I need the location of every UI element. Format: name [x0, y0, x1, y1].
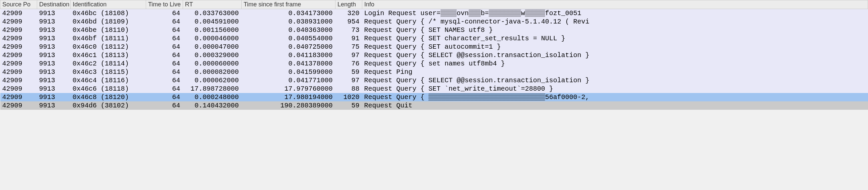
cell-rt: 0.000062000 — [183, 76, 242, 85]
cell-tsff: 0.041378000 — [242, 59, 336, 68]
cell-length: 91 — [336, 34, 362, 43]
cell-length: 76 — [336, 59, 362, 68]
cell-ident: 0x46c0 (18112) — [71, 43, 146, 51]
cell-info: Request Query { SELECT @@session.transac… — [362, 76, 868, 85]
cell-dstport: 9913 — [37, 34, 71, 43]
cell-tsff: 17.980194000 — [242, 93, 336, 101]
cell-srcport: 42909 — [0, 34, 37, 43]
table-row[interactable]: 4290999130x46be (18110)64 0.001156000 0.… — [0, 26, 868, 34]
cell-length: 320 — [336, 9, 362, 18]
cell-dstport: 9913 — [37, 101, 71, 110]
col-header-tsff[interactable]: Time since first frame — [242, 0, 336, 9]
cell-dstport: 9913 — [37, 9, 71, 18]
cell-info: Request Query { set names utf8mb4 } — [362, 59, 868, 68]
cell-rt: 0.000060000 — [183, 59, 242, 68]
table-row[interactable]: 4290999130x46bc (18108)64 0.033763000 0.… — [0, 9, 868, 18]
cell-ident: 0x46c4 (18116) — [71, 76, 146, 85]
packet-table: Source Po Destination Identification Tim… — [0, 0, 868, 110]
cell-info: Request Ping — [362, 68, 868, 76]
cell-info: Request Query { SET autocommit=1 } — [362, 43, 868, 51]
table-header-row: Source Po Destination Identification Tim… — [0, 0, 868, 9]
cell-tsff: 0.040363000 — [242, 26, 336, 34]
cell-ident: 0x46bf (18111) — [71, 34, 146, 43]
cell-ident: 0x46c8 (18120) — [71, 93, 146, 101]
cell-rt: 0.004591000 — [183, 18, 242, 26]
cell-ttl: 64 — [146, 93, 183, 101]
col-header-ttl[interactable]: Time to Live — [146, 0, 183, 9]
cell-srcport: 42909 — [0, 18, 37, 26]
cell-tsff: 0.040554000 — [242, 34, 336, 43]
cell-length: 59 — [336, 101, 362, 110]
cell-rt: 0.140432000 — [183, 101, 242, 110]
table-row[interactable]: 4290999130x46c2 (18114)64 0.000060000 0.… — [0, 59, 868, 68]
cell-ttl: 64 — [146, 18, 183, 26]
cell-tsff: 0.038931000 — [242, 18, 336, 26]
cell-rt: 0.000046000 — [183, 34, 242, 43]
cell-srcport: 42909 — [0, 9, 37, 18]
cell-srcport: 42909 — [0, 93, 37, 101]
cell-tsff: 190.280389000 — [242, 101, 336, 110]
col-header-rt[interactable]: RT — [183, 0, 242, 9]
col-header-ident[interactable]: Identification — [71, 0, 146, 9]
cell-dstport: 9913 — [37, 93, 71, 101]
table-row[interactable]: 4290999130x46c4 (18116)64 0.000062000 0.… — [0, 76, 868, 85]
cell-ttl: 64 — [146, 34, 183, 43]
cell-rt: 0.033763000 — [183, 9, 242, 18]
cell-dstport: 9913 — [37, 51, 71, 59]
cell-tsff: 17.979760000 — [242, 85, 336, 93]
cell-dstport: 9913 — [37, 43, 71, 51]
cell-srcport: 42909 — [0, 51, 37, 59]
table-row[interactable]: 4290999130x46c0 (18112)64 0.000047000 0.… — [0, 43, 868, 51]
cell-tsff: 0.041183000 — [242, 51, 336, 59]
cell-length: 97 — [336, 76, 362, 85]
table-row[interactable]: 4290999130x46c8 (18120)64 0.000248000 17… — [0, 93, 868, 101]
cell-ident: 0x46bd (18109) — [71, 18, 146, 26]
cell-rt: 0.000047000 — [183, 43, 242, 51]
table-row[interactable]: 4290999130x46c1 (18113)64 0.000329000 0.… — [0, 51, 868, 59]
cell-ident: 0x46c1 (18113) — [71, 51, 146, 59]
cell-length: 88 — [336, 85, 362, 93]
cell-srcport: 42909 — [0, 59, 37, 68]
cell-length: 1020 — [336, 93, 362, 101]
table-row[interactable]: 4290999130x46c6 (18118)6417.898728000 17… — [0, 85, 868, 93]
col-header-info[interactable]: Info — [362, 0, 868, 9]
cell-ttl: 64 — [146, 9, 183, 18]
cell-length: 73 — [336, 26, 362, 34]
cell-ident: 0x46be (18110) — [71, 26, 146, 34]
table-row[interactable]: 4290999130x46bf (18111)64 0.000046000 0.… — [0, 34, 868, 43]
cell-ttl: 64 — [146, 51, 183, 59]
cell-srcport: 42909 — [0, 26, 37, 34]
cell-info: Request Query { SET `net_write_timeout`=… — [362, 85, 868, 93]
table-row[interactable]: 4290999130x94d6 (38102)64 0.140432000190… — [0, 101, 868, 110]
cell-rt: 17.898728000 — [183, 85, 242, 93]
cell-tsff: 0.041599000 — [242, 68, 336, 76]
table-row[interactable]: 4290999130x46c3 (18115)64 0.000082000 0.… — [0, 68, 868, 76]
cell-ident: 0x46c3 (18115) — [71, 68, 146, 76]
cell-rt: 0.000329000 — [183, 51, 242, 59]
cell-ident: 0x46c6 (18118) — [71, 85, 146, 93]
cell-ttl: 64 — [146, 76, 183, 85]
cell-ttl: 64 — [146, 101, 183, 110]
col-header-length[interactable]: Length — [336, 0, 362, 9]
cell-info: Request Query { ▒▒▒▒▒▒▒▒▒▒▒▒▒▒▒▒▒▒▒▒▒▒▒▒… — [362, 93, 868, 101]
cell-ident: 0x46bc (18108) — [71, 9, 146, 18]
col-header-dstport[interactable]: Destination — [37, 0, 71, 9]
cell-dstport: 9913 — [37, 26, 71, 34]
cell-srcport: 42909 — [0, 76, 37, 85]
col-header-srcport[interactable]: Source Po — [0, 0, 37, 9]
cell-info: Request Query { SELECT @@session.transac… — [362, 51, 868, 59]
cell-ident: 0x46c2 (18114) — [71, 59, 146, 68]
cell-length: 75 — [336, 43, 362, 51]
cell-srcport: 42909 — [0, 43, 37, 51]
cell-dstport: 9913 — [37, 76, 71, 85]
table-row[interactable]: 4290999130x46bd (18109)64 0.004591000 0.… — [0, 18, 868, 26]
cell-length: 954 — [336, 18, 362, 26]
cell-srcport: 42909 — [0, 101, 37, 110]
cell-dstport: 9913 — [37, 68, 71, 76]
cell-ttl: 64 — [146, 85, 183, 93]
cell-ttl: 64 — [146, 26, 183, 34]
cell-info: Request Query { SET character_set_result… — [362, 34, 868, 43]
cell-rt: 0.000082000 — [183, 68, 242, 76]
cell-ttl: 64 — [146, 68, 183, 76]
cell-tsff: 0.040725000 — [242, 43, 336, 51]
